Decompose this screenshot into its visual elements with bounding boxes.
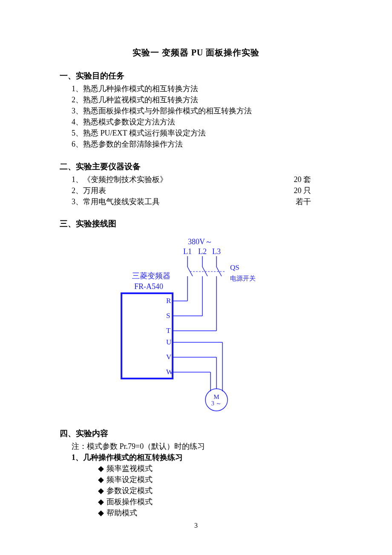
bullet-text: 参数设定模式 — [107, 486, 153, 495]
switch-qs-label: QS — [230, 263, 239, 272]
terminal-s: S — [166, 312, 170, 320]
section-1-item: 6、熟悉参数的全部清除操作方法 — [60, 139, 332, 150]
bullet-text: 频率设定模式 — [107, 475, 153, 484]
phase-l1-label: L1 — [183, 247, 192, 256]
supply-voltage-label: 380V～ — [188, 237, 213, 246]
section-2-head: 二、实验主要仪器设备 — [60, 161, 332, 172]
section-1-item: 3、熟悉面板操作模式与外部操作模式的相互转换方法 — [60, 105, 332, 116]
section-1-item: 4、熟悉模式参数设定方法方法 — [60, 116, 332, 127]
bullet-item: ◆频率监视模式 — [60, 463, 332, 474]
diamond-icon: ◆ — [98, 474, 104, 485]
equipment-row: 1、《变频控制技术实验板》 20 套 — [60, 174, 332, 185]
switch-name-label: 电源开关 — [230, 275, 256, 282]
wiring-diagram-svg: 380V～ L1 L2 L3 QS 电源开关 三菱变频器 FR-A540 — [98, 234, 294, 417]
terminal-r: R — [166, 297, 171, 305]
diamond-icon: ◆ — [98, 463, 104, 474]
diamond-icon: ◆ — [98, 496, 104, 507]
equipment-row: 3、常用电气接线安装工具 若干 — [60, 196, 332, 207]
motor-3phase: 3 ～ — [211, 400, 222, 407]
phase-l2-label: L2 — [198, 247, 207, 256]
document-page: 实验一 变频器 PU 面板操作实验 一、实验目的任务 1、熟悉几种操作模式的相互… — [0, 0, 392, 555]
inverter-box — [121, 293, 173, 379]
device-line1: 三菱变频器 — [132, 272, 170, 280]
section-3-head: 三、实验接线图 — [60, 218, 332, 229]
terminal-v: V — [166, 353, 172, 361]
page-number: 3 — [0, 522, 392, 529]
section-4-subhead: 1、几种操作模式的相互转换练习 — [60, 452, 332, 463]
wiring-diagram: 380V～ L1 L2 L3 QS 电源开关 三菱变频器 FR-A540 — [60, 234, 332, 417]
bullet-item: ◆帮助模式 — [60, 507, 332, 518]
page-title: 实验一 变频器 PU 面板操作实验 — [60, 47, 332, 58]
bullet-text: 频率监视模式 — [107, 464, 153, 473]
equipment-label: 3、常用电气接线安装工具 — [72, 196, 160, 207]
terminal-u: U — [166, 338, 171, 346]
bullet-item: ◆频率设定模式 — [60, 474, 332, 485]
section-1-item: 2、熟悉几种监视模式的相互转换方法 — [60, 94, 332, 105]
equipment-label: 1、《变频控制技术实验板》 — [72, 174, 167, 185]
phase-l3-label: L3 — [212, 247, 221, 256]
bullet-text: 面板操作模式 — [107, 497, 153, 506]
section-1-head: 一、实验目的任务 — [60, 70, 332, 81]
bullet-item: ◆面板操作模式 — [60, 496, 332, 507]
section-4-head: 四、实验内容 — [60, 428, 332, 439]
diamond-icon: ◆ — [98, 507, 104, 518]
equipment-qty: 20 只 — [294, 185, 333, 196]
equipment-label: 2、万用表 — [72, 185, 106, 196]
terminal-t: T — [166, 327, 171, 335]
bullet-text: 帮助模式 — [107, 509, 137, 517]
terminal-w: W — [166, 368, 173, 376]
section-1-item: 1、熟悉几种操作模式的相互转换方法 — [60, 83, 332, 94]
motor-m: M — [213, 393, 219, 400]
equipment-qty: 20 套 — [294, 174, 333, 185]
section-4-note: 注：模式参数 Pr.79=0（默认）时的练习 — [60, 441, 332, 452]
bullet-item: ◆参数设定模式 — [60, 485, 332, 496]
equipment-row: 2、万用表 20 只 — [60, 185, 332, 196]
device-line2: FR-A540 — [134, 282, 163, 291]
equipment-qty: 若干 — [296, 196, 332, 207]
diamond-icon: ◆ — [98, 485, 104, 496]
section-1-item: 5、熟悉 PU/EXT 模式运行频率设定方法 — [60, 127, 332, 139]
